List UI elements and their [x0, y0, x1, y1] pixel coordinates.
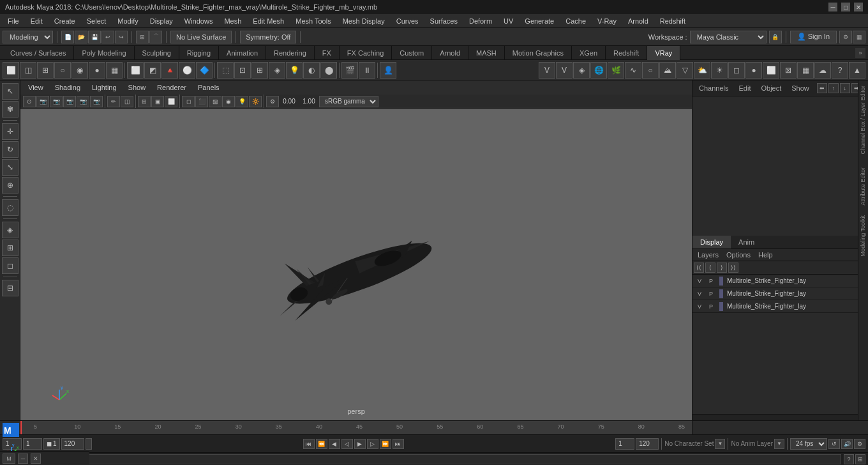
tab-custom[interactable]: Custom — [392, 46, 432, 60]
char-set-dropdown[interactable]: ▼ — [715, 439, 725, 449]
menu-mesh-display[interactable]: Mesh Display — [338, 16, 390, 26]
current-frame-display[interactable]: ◼ 1 — [43, 438, 60, 450]
vray-icon-3[interactable]: ◈ — [573, 62, 590, 79]
tab-mash[interactable]: MASH — [468, 46, 505, 60]
tab-fx-caching[interactable]: FX Caching — [340, 46, 392, 60]
vp-tb-cam4[interactable]: 📷 — [77, 96, 89, 107]
vray-icon-13[interactable]: ● — [745, 62, 762, 79]
component-mode-button[interactable]: ⊞ — [2, 240, 19, 256]
cb-icon-2[interactable]: ↑ — [828, 83, 839, 93]
vp-tb-render[interactable]: ⚙ — [266, 96, 279, 107]
tool-icon-8[interactable]: ⬜ — [127, 62, 144, 79]
cb-icon-3[interactable]: ↓ — [840, 83, 850, 93]
range-start-input[interactable] — [615, 438, 634, 450]
person-icon[interactable]: 👤 — [380, 62, 396, 79]
command-input[interactable] — [19, 454, 841, 464]
menu-curves[interactable]: Curves — [391, 16, 424, 26]
layer-row-2[interactable]: V P Multirole_Strike_Fighter_lay — [692, 287, 858, 300]
redo-button[interactable]: ↪ — [115, 31, 128, 43]
show-tab[interactable]: Show — [789, 83, 812, 93]
vray-icon-15[interactable]: ⊠ — [780, 62, 797, 79]
layer-nav-right-right[interactable]: ⟩⟩ — [728, 263, 738, 273]
step-forward-button[interactable]: ▷ — [367, 439, 378, 449]
tool-icon-6[interactable]: ● — [89, 62, 105, 79]
tab-anim[interactable]: Anim — [731, 236, 762, 248]
menu-display[interactable]: Display — [145, 16, 178, 26]
vray-icon-6[interactable]: ∿ — [625, 62, 641, 79]
layer-2-p[interactable]: P — [707, 291, 715, 297]
anim-layer-dropdown[interactable]: ▼ — [774, 439, 784, 449]
tool-icon-9[interactable]: ◩ — [144, 62, 161, 79]
open-button[interactable]: 📂 — [75, 31, 87, 43]
layer-3-p[interactable]: P — [707, 303, 715, 310]
vray-icon-17[interactable]: ☁ — [814, 62, 831, 79]
save-button[interactable]: 💾 — [88, 31, 101, 43]
vray-icon-18[interactable]: ? — [832, 62, 848, 79]
layer-row-3[interactable]: V P Multirole_Strike_Fighter_lay — [692, 300, 858, 313]
tool-icon-15[interactable]: ⊞ — [251, 62, 268, 79]
menu-vray[interactable]: V-Ray — [592, 16, 622, 26]
show-hide-button[interactable]: ◈ — [2, 222, 19, 238]
vp-tb-wire[interactable]: ▨ — [209, 96, 221, 107]
render-icon-1[interactable]: 🎬 — [341, 62, 358, 79]
tab-rigging[interactable]: Rigging — [179, 46, 219, 60]
tool-icon-17[interactable]: 💡 — [286, 62, 303, 79]
select-tool-button[interactable]: ↖ — [2, 83, 19, 100]
vray-icon-14[interactable]: ⬜ — [763, 62, 779, 79]
tab-rendering[interactable]: Rendering — [266, 46, 315, 60]
menu-uv[interactable]: UV — [498, 16, 518, 26]
menu-modify[interactable]: Modify — [112, 16, 143, 26]
edit-tab[interactable]: Edit — [736, 83, 753, 93]
menu-mesh[interactable]: Mesh — [219, 16, 246, 26]
tool-icon-5[interactable]: ◉ — [71, 62, 88, 79]
lock-workspace-button[interactable]: 🔒 — [769, 31, 782, 43]
snap-curve-button[interactable]: ⌒ — [149, 31, 162, 43]
menu-redshift[interactable]: Redshift — [655, 16, 691, 26]
layout-button[interactable]: ▦ — [853, 31, 865, 43]
undo-button[interactable]: ↩ — [101, 31, 114, 43]
signin-button[interactable]: 👤 Sign In — [790, 31, 837, 43]
tab-xgen[interactable]: XGen — [572, 46, 606, 60]
menu-file[interactable]: File — [3, 16, 24, 26]
tab-motion-graphics[interactable]: Motion Graphics — [505, 46, 572, 60]
tab-redshift[interactable]: Redshift — [606, 46, 647, 60]
vray-icon-8[interactable]: ⛰ — [659, 62, 676, 79]
vp-tb-film[interactable]: ▣ — [151, 96, 164, 107]
tool-icon-12[interactable]: 🔷 — [196, 62, 213, 79]
script-close-button[interactable]: ✕ — [31, 454, 41, 464]
vray-icon-1[interactable]: V — [539, 62, 555, 79]
object-tab[interactable]: Object — [758, 83, 784, 93]
next-key-button[interactable]: ⏩ — [380, 439, 391, 449]
layer-3-v[interactable]: V — [695, 303, 704, 310]
viewport-inner[interactable]: persp x y — [20, 109, 692, 420]
tab-fx[interactable]: FX — [315, 46, 340, 60]
step-back-button[interactable]: ◀ — [329, 439, 340, 449]
vp-tb-light1[interactable]: 💡 — [236, 96, 248, 107]
vray-icon-16[interactable]: ▦ — [797, 62, 814, 79]
tool-icon-16[interactable]: ◈ — [269, 62, 285, 79]
vp-tb-light2[interactable]: 🔆 — [249, 96, 262, 107]
scale-tool-button[interactable]: ⤡ — [2, 159, 19, 176]
layer-nav-left-left[interactable]: ⟨⟨ — [694, 263, 704, 273]
vray-icon-11[interactable]: ☀ — [711, 62, 728, 79]
vp-menu-view[interactable]: View — [23, 82, 49, 93]
timeline-ruler[interactable]: 5 10 15 20 25 30 35 40 45 50 55 60 65 70… — [20, 421, 692, 434]
vp-tb-box[interactable]: ◻ — [182, 96, 195, 107]
vp-tb-cam5[interactable]: 📷 — [90, 96, 103, 107]
render-icon-2[interactable]: ⏸ — [359, 62, 375, 79]
tab-animation[interactable]: Animation — [219, 46, 266, 60]
tab-curves-surfaces[interactable]: Curves / Surfaces — [3, 46, 74, 60]
vertex-mode-button[interactable]: ◻ — [2, 257, 19, 274]
menu-select[interactable]: Select — [82, 16, 112, 26]
loop-button[interactable]: ↺ — [828, 439, 840, 449]
tool-icon-18[interactable]: ◐ — [303, 62, 320, 79]
settings-button[interactable]: ⚙ — [839, 31, 852, 43]
tool-icon-2[interactable]: ◫ — [20, 62, 36, 79]
vp-tb-grid[interactable]: ⊞ — [138, 96, 151, 107]
help-menu-btn[interactable]: Help — [756, 250, 775, 259]
layer-1-v[interactable]: V — [695, 278, 704, 284]
menu-surfaces[interactable]: Surfaces — [425, 16, 463, 26]
vp-menu-show[interactable]: Show — [123, 82, 151, 93]
transform-tool-button[interactable]: ⊕ — [2, 177, 19, 194]
vp-menu-renderer[interactable]: Renderer — [152, 82, 191, 93]
